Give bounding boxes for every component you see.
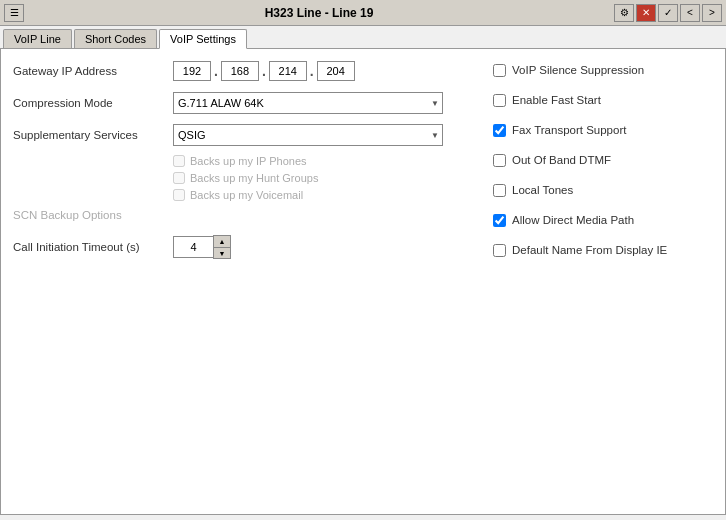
- backup-hunt-groups-row: Backs up my Hunt Groups: [173, 172, 473, 184]
- title-bar-controls: ⚙ ✕ ✓ < >: [614, 4, 722, 22]
- enable-fast-start-checkbox[interactable]: [493, 94, 506, 107]
- out-of-band-dtmf-label: Out Of Band DTMF: [512, 154, 611, 166]
- scn-backup-label: SCN Backup Options: [13, 209, 173, 221]
- backup-ip-phones-row: Backs up my IP Phones: [173, 155, 473, 167]
- out-of-band-dtmf-row: Out Of Band DTMF: [493, 149, 713, 171]
- allow-direct-media-path-row: Allow Direct Media Path: [493, 209, 713, 231]
- right-column: VoIP Silence Suppression Enable Fast Sta…: [493, 59, 713, 269]
- ip-dot-3: .: [309, 63, 315, 79]
- enable-fast-start-row: Enable Fast Start: [493, 89, 713, 111]
- ip-segment-2[interactable]: [221, 61, 259, 81]
- ip-segment-4[interactable]: [317, 61, 355, 81]
- forward-icon[interactable]: >: [702, 4, 722, 22]
- compression-mode-label: Compression Mode: [13, 97, 173, 109]
- call-initiation-timeout-input[interactable]: [173, 236, 213, 258]
- supplementary-services-label: Supplementary Services: [13, 129, 173, 141]
- backup-voicemail-label: Backs up my Voicemail: [190, 189, 303, 201]
- compression-mode-row: Compression Mode G.711 ALAW 64K G.711 UL…: [13, 91, 473, 115]
- spinner-up-button[interactable]: ▲: [214, 236, 230, 247]
- voip-silence-checkbox[interactable]: [493, 64, 506, 77]
- menu-icon[interactable]: ☰: [4, 4, 24, 22]
- compression-mode-wrapper: G.711 ALAW 64K G.711 ULAW 64K G.722 64K …: [173, 92, 443, 114]
- ip-segment-3[interactable]: [269, 61, 307, 81]
- tab-short-codes[interactable]: Short Codes: [74, 29, 157, 48]
- scn-backup-row: SCN Backup Options: [13, 203, 473, 227]
- enable-fast-start-label: Enable Fast Start: [512, 94, 601, 106]
- content-panel: Gateway IP Address . . . Compression Mod…: [0, 49, 726, 515]
- backup-ip-phones-label: Backs up my IP Phones: [190, 155, 307, 167]
- local-tones-checkbox[interactable]: [493, 184, 506, 197]
- ip-dot-2: .: [261, 63, 267, 79]
- backup-voicemail-row: Backs up my Voicemail: [173, 189, 473, 201]
- ip-segment-1[interactable]: [173, 61, 211, 81]
- spinner-down-button[interactable]: ▼: [214, 247, 230, 258]
- left-column: Gateway IP Address . . . Compression Mod…: [13, 59, 473, 267]
- ip-dot-1: .: [213, 63, 219, 79]
- confirm-icon[interactable]: ✓: [658, 4, 678, 22]
- default-name-from-display-ie-row: Default Name From Display IE: [493, 239, 713, 261]
- supplementary-services-select[interactable]: QSIG None H.450: [173, 124, 443, 146]
- call-initiation-timeout-row: Call Initiation Timeout (s) ▲ ▼: [13, 235, 473, 259]
- local-tones-row: Local Tones: [493, 179, 713, 201]
- spinner-buttons: ▲ ▼: [213, 235, 231, 259]
- voip-silence-row: VoIP Silence Suppression: [493, 59, 713, 81]
- title-bar-title: H323 Line - Line 19: [24, 6, 614, 20]
- gateway-ip-label: Gateway IP Address: [13, 65, 173, 77]
- fax-transport-support-checkbox[interactable]: [493, 124, 506, 137]
- spinner-wrapper: ▲ ▼: [173, 235, 231, 259]
- back-icon[interactable]: <: [680, 4, 700, 22]
- tab-voip-settings[interactable]: VoIP Settings: [159, 29, 247, 49]
- backup-checkboxes: Backs up my IP Phones Backs up my Hunt G…: [173, 155, 473, 201]
- close-button[interactable]: ✕: [636, 4, 656, 22]
- tab-bar: VoIP Line Short Codes VoIP Settings: [0, 26, 726, 49]
- compression-mode-select[interactable]: G.711 ALAW 64K G.711 ULAW 64K G.722 64K …: [173, 92, 443, 114]
- call-initiation-timeout-label: Call Initiation Timeout (s): [13, 241, 173, 253]
- out-of-band-dtmf-checkbox[interactable]: [493, 154, 506, 167]
- backup-hunt-groups-label: Backs up my Hunt Groups: [190, 172, 318, 184]
- fax-transport-support-label: Fax Transport Support: [512, 124, 626, 136]
- title-bar: ☰ H323 Line - Line 19 ⚙ ✕ ✓ < >: [0, 0, 726, 26]
- fax-transport-support-row: Fax Transport Support: [493, 119, 713, 141]
- allow-direct-media-path-checkbox[interactable]: [493, 214, 506, 227]
- title-bar-left: ☰: [4, 4, 24, 22]
- backup-ip-phones-checkbox[interactable]: [173, 155, 185, 167]
- settings-icon[interactable]: ⚙: [614, 4, 634, 22]
- backup-voicemail-checkbox[interactable]: [173, 189, 185, 201]
- supplementary-services-wrapper: QSIG None H.450: [173, 124, 443, 146]
- supplementary-services-row: Supplementary Services QSIG None H.450: [13, 123, 473, 147]
- gateway-ip-row: Gateway IP Address . . .: [13, 59, 473, 83]
- ip-field: . . .: [173, 61, 355, 81]
- local-tones-label: Local Tones: [512, 184, 573, 196]
- backup-hunt-groups-checkbox[interactable]: [173, 172, 185, 184]
- tab-voip-line[interactable]: VoIP Line: [3, 29, 72, 48]
- allow-direct-media-path-label: Allow Direct Media Path: [512, 214, 634, 226]
- voip-silence-label: VoIP Silence Suppression: [512, 64, 644, 76]
- default-name-from-display-ie-label: Default Name From Display IE: [512, 244, 667, 256]
- default-name-from-display-ie-checkbox[interactable]: [493, 244, 506, 257]
